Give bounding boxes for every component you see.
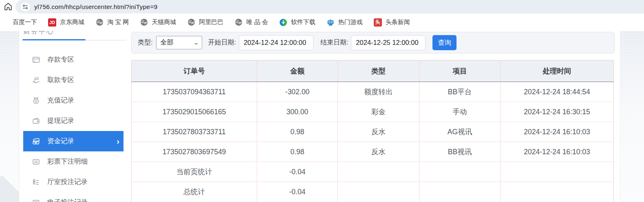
recharge-icon bbox=[31, 96, 40, 105]
table-cell: 1735037094363711 bbox=[132, 82, 257, 102]
bookmark-item[interactable]: 头 头条新闻 bbox=[374, 18, 410, 27]
site-settings-icon[interactable] bbox=[21, 2, 30, 11]
sidebar-item[interactable]: 厅室投注记录 › bbox=[23, 172, 124, 192]
bookmark-label: 淘 宝 网 bbox=[107, 18, 129, 26]
game-robot-icon bbox=[326, 18, 335, 27]
bookmark-favicon-icon bbox=[1, 18, 9, 27]
table-cell: 1735027803697549 bbox=[132, 142, 257, 162]
table-cell bbox=[501, 162, 614, 182]
toutiao-icon: 头 bbox=[374, 18, 382, 27]
bookmark-item[interactable]: 淘 宝 网 bbox=[95, 18, 129, 27]
sidebar-item[interactable]: 彩票下注明细 › bbox=[23, 151, 124, 172]
globe-icon bbox=[140, 18, 148, 26]
lottery-icon bbox=[31, 157, 40, 166]
sidebar: 财务中心 存款专区 › 取款专区 › 充值记录 › 提现记录 › 资金记录 › … bbox=[19, 31, 127, 202]
sidebar-item-label: 厅室投注记录 bbox=[47, 178, 88, 186]
bookmark-item[interactable]: 天猫商城 bbox=[140, 18, 176, 27]
column-header: 类型 bbox=[338, 60, 419, 82]
table-row: 总统计-0.04 bbox=[132, 182, 614, 202]
table-cell: 2024-12-24 18:44:54 bbox=[501, 82, 614, 102]
table-cell: 2024-12-24 16:10:03 bbox=[501, 142, 614, 162]
page-left-margin bbox=[0, 31, 19, 202]
table-cell: 反水 bbox=[338, 142, 419, 162]
jd-icon: JD bbox=[48, 18, 56, 27]
type-select-value: 全部 bbox=[160, 38, 173, 47]
sidebar-item[interactable]: 电子投注记录 › bbox=[23, 192, 124, 202]
sidebar-item-label: 提现记录 bbox=[47, 116, 74, 125]
table-cell: 0.98 bbox=[257, 142, 338, 162]
withdraw-icon bbox=[31, 75, 40, 84]
sidebar-item[interactable]: 存款专区 › bbox=[23, 49, 124, 70]
bookmark-label: 阿里巴巴 bbox=[199, 18, 223, 26]
sidebar-section-title[interactable]: 财务中心 bbox=[23, 31, 54, 36]
hall-icon bbox=[31, 178, 40, 186]
table-cell bbox=[419, 182, 501, 202]
table-cell: AG视讯 bbox=[419, 122, 501, 142]
browser-top-bar: yl756.com/hhcp/usercenter.html?iniType=9 bbox=[0, 0, 644, 13]
bookmark-item[interactable]: 阿里巴巴 bbox=[187, 18, 223, 27]
table-cell bbox=[338, 182, 419, 202]
bookmark-label: 软件下载 bbox=[291, 18, 315, 26]
bookmark-favicon-icon bbox=[326, 18, 335, 27]
bookmark-favicon-icon bbox=[234, 18, 243, 27]
column-header: 项目 bbox=[419, 60, 501, 82]
bookmark-favicon-icon: JD bbox=[48, 18, 56, 27]
background-dots-texture bbox=[620, 31, 644, 76]
table-cell: BB视讯 bbox=[419, 142, 501, 162]
table-cell: 当前页统计 bbox=[132, 162, 257, 182]
bookmark-item[interactable]: JD 京东商城 bbox=[48, 18, 84, 27]
main-content: 类型: 全部 ⌄ 开始日期: 结束日期: 查询 订单号金额类型项目处理时间 17… bbox=[131, 31, 615, 202]
table-cell: 总统计 bbox=[132, 182, 257, 202]
software-download-icon bbox=[279, 18, 287, 27]
table-cell bbox=[338, 162, 419, 182]
end-date-input[interactable] bbox=[351, 35, 426, 50]
bookmark-favicon-icon bbox=[279, 18, 287, 27]
table-cell: 300.00 bbox=[257, 102, 338, 122]
bookmark-favicon-icon bbox=[95, 18, 104, 27]
table-cell: 0.98 bbox=[257, 122, 338, 142]
table-cell: BB平台 bbox=[419, 82, 501, 102]
table-header-row: 订单号金额类型项目处理时间 bbox=[132, 60, 614, 82]
home-icon[interactable] bbox=[3, 2, 13, 11]
table-cell bbox=[419, 162, 501, 182]
sidebar-item[interactable]: 资金记录 › bbox=[23, 131, 124, 151]
bookmark-item[interactable]: 百度一下 bbox=[1, 18, 37, 27]
sidebar-item[interactable]: 提现记录 › bbox=[23, 111, 124, 131]
sidebar-item-label: 充值记录 bbox=[47, 96, 74, 105]
query-button[interactable]: 查询 bbox=[432, 35, 457, 50]
sidebar-menu: 存款专区 › 取款专区 › 充值记录 › 提现记录 › 资金记录 › 彩票下注明… bbox=[19, 49, 127, 202]
table-row: 1735037094363711-302.00额度转出BB平台2024-12-2… bbox=[132, 82, 614, 102]
table-cell bbox=[501, 182, 614, 202]
bookmark-item[interactable]: 软件下载 bbox=[279, 18, 315, 27]
table-row: 当前页统计-0.04 bbox=[132, 162, 614, 182]
bookmark-label: 头条新闻 bbox=[386, 18, 410, 26]
sidebar-item[interactable]: 充值记录 › bbox=[23, 90, 124, 111]
lottery-icon bbox=[31, 198, 40, 202]
chevron-down-icon: ⌄ bbox=[193, 40, 199, 46]
chevron-right-icon: › bbox=[117, 137, 119, 145]
table-cell: 彩金 bbox=[338, 102, 419, 122]
table-cell: 反水 bbox=[338, 122, 419, 142]
start-date-label: 开始日期: bbox=[208, 38, 236, 47]
sidebar-item[interactable]: 取款专区 › bbox=[23, 70, 124, 90]
sidebar-item-label: 存款专区 bbox=[47, 55, 74, 64]
globe-icon bbox=[187, 18, 195, 26]
records-table: 订单号金额类型项目处理时间 1735037094363711-302.00额度转… bbox=[131, 60, 614, 202]
bookmark-item[interactable]: 唯 品 会 bbox=[234, 18, 268, 27]
table-cell: 1735029015066165 bbox=[132, 102, 257, 122]
sidebar-item-label: 电子投注记录 bbox=[47, 198, 88, 202]
table-cell: 额度转出 bbox=[338, 82, 419, 102]
type-select[interactable]: 全部 ⌄ bbox=[156, 36, 202, 49]
url-text[interactable]: yl756.com/hhcp/usercenter.html?iniType=9 bbox=[34, 3, 157, 11]
sidebar-item-label: 资金记录 bbox=[47, 137, 74, 146]
table-body: 1735037094363711-302.00额度转出BB平台2024-12-2… bbox=[132, 82, 614, 202]
funds-icon bbox=[31, 137, 40, 146]
table-cell: -0.04 bbox=[257, 182, 338, 202]
bookmark-label: 京东商城 bbox=[60, 18, 84, 26]
address-bar[interactable]: yl756.com/hhcp/usercenter.html?iniType=9 bbox=[15, 0, 644, 13]
start-date-input[interactable] bbox=[239, 35, 313, 50]
cashout-icon bbox=[31, 116, 40, 125]
globe-icon bbox=[235, 18, 243, 26]
table-row: 17350278037337110.98反水AG视讯2024-12-24 16:… bbox=[132, 122, 614, 142]
bookmark-item[interactable]: 热门游戏 bbox=[326, 18, 363, 27]
